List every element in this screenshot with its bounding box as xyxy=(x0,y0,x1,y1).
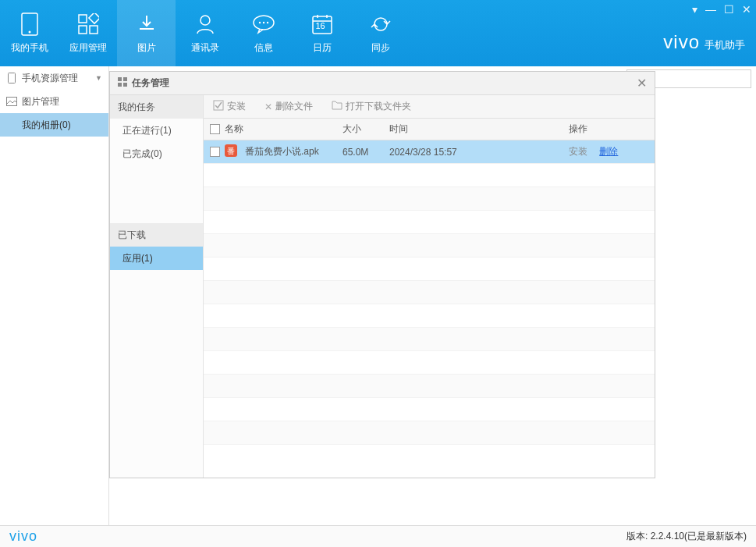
row-name: 番茄免费小说.apk xyxy=(245,145,319,158)
sync-icon xyxy=(368,12,393,37)
nav-my-phone[interactable]: 我的手机 xyxy=(0,0,59,66)
modal-body: 我的任务 正在进行(1) 已完成(0) 已下载 应用(1) 安装 ✕ xyxy=(110,95,655,478)
nav-label: 图片 xyxy=(137,41,156,55)
svg-text:番: 番 xyxy=(227,147,235,155)
check-icon xyxy=(213,100,224,113)
svg-rect-18 xyxy=(214,101,223,110)
action-delete-link[interactable]: 删除 xyxy=(599,146,618,157)
row-actions: 安装 删除 xyxy=(569,145,648,158)
item-inprogress[interactable]: 正在进行(1) xyxy=(110,119,203,142)
table-row-empty xyxy=(204,281,655,304)
menu-label: 图片管理 xyxy=(22,95,59,108)
dropdown-icon[interactable]: ▾ xyxy=(692,3,697,16)
calendar-day: 16 xyxy=(310,21,332,30)
svg-rect-14 xyxy=(118,77,122,81)
task-manager-modal: 任务管理 ✕ 我的任务 正在进行(1) 已完成(0) 已下载 应用(1) xyxy=(109,71,655,478)
table-row-empty xyxy=(204,375,655,398)
grid-icon xyxy=(118,77,127,89)
row-checkbox[interactable] xyxy=(210,147,220,157)
modal-header: 任务管理 ✕ xyxy=(110,72,655,95)
maximize-icon[interactable]: ☐ xyxy=(724,3,734,16)
svg-point-10 xyxy=(266,22,268,23)
table-row-empty xyxy=(204,421,655,445)
nav-label: 同步 xyxy=(371,41,390,55)
nav-messages[interactable]: 信息 xyxy=(234,0,293,66)
left-panel: 手机资源管理 ▼ 图片管理 我的相册(0) xyxy=(0,66,109,525)
svg-rect-2 xyxy=(79,15,87,23)
close-icon[interactable]: ✕ xyxy=(742,3,751,16)
svg-rect-5 xyxy=(88,13,98,23)
table-row-empty xyxy=(204,211,655,234)
svg-rect-17 xyxy=(123,83,127,87)
minimize-icon[interactable]: — xyxy=(705,3,716,16)
menu-label: 手机资源管理 xyxy=(22,72,78,85)
toolbar-delete[interactable]: ✕ 删除文件 xyxy=(264,100,313,113)
action-install-link[interactable]: 安装 xyxy=(569,146,587,157)
col-name: 名称 xyxy=(210,123,343,136)
toolbar-label: 安装 xyxy=(227,100,246,113)
modal-title: 任务管理 xyxy=(132,76,169,90)
main-area: 手机资源管理 ▼ 图片管理 我的相册(0) 任务管理 ✕ xyxy=(0,66,756,525)
modal-content: 安装 ✕ 删除文件 打开下载文件夹 xyxy=(204,95,655,478)
menu-album[interactable]: 我的相册(0) xyxy=(0,113,108,137)
table-row-empty xyxy=(204,304,655,328)
header-action: 操作 xyxy=(569,123,648,136)
modal-sidebar: 我的任务 正在进行(1) 已完成(0) 已下载 应用(1) xyxy=(110,95,204,478)
section-downloaded: 已下载 xyxy=(110,223,203,247)
row-time: 2024/3/28 15:57 xyxy=(389,147,569,158)
section-my-tasks: 我的任务 xyxy=(110,95,203,119)
table-header: 名称 大小 时间 操作 xyxy=(204,119,655,140)
table-row[interactable]: 番 番茄免费小说.apk 65.0M 2024/3/28 15:57 安装 删除 xyxy=(204,140,655,164)
toolbar-open-folder[interactable]: 打开下载文件夹 xyxy=(332,100,411,113)
nav-app-manage[interactable]: 应用管理 xyxy=(59,0,117,66)
nav-label: 应用管理 xyxy=(69,41,107,55)
table-row-empty xyxy=(204,258,655,281)
app-icon: 番 xyxy=(225,144,237,159)
row-size: 65.0M xyxy=(343,147,389,158)
nav-label: 我的手机 xyxy=(11,41,48,55)
item-app[interactable]: 应用(1) xyxy=(110,247,203,270)
folder-icon xyxy=(332,101,343,112)
phone-small-icon xyxy=(6,73,17,83)
image-icon xyxy=(6,96,17,107)
table-row-empty xyxy=(204,351,655,375)
svg-rect-3 xyxy=(79,26,87,34)
menu-label: 我的相册(0) xyxy=(22,119,71,132)
header-name: 名称 xyxy=(225,123,243,136)
footer-version: 版本: 2.2.4.10(已是最新版本) xyxy=(626,530,747,543)
toolbar-install[interactable]: 安装 xyxy=(213,100,246,113)
header-size: 大小 xyxy=(343,123,389,136)
apps-icon xyxy=(76,12,101,37)
calendar-icon: 16 xyxy=(310,12,335,37)
nav-sync[interactable]: 同步 xyxy=(351,0,410,66)
modal-close-button[interactable]: ✕ xyxy=(637,76,647,91)
brand-logo: vivo xyxy=(663,31,700,53)
x-icon: ✕ xyxy=(264,101,272,112)
phone-icon xyxy=(17,12,42,37)
footer: vivo 版本: 2.2.4.10(已是最新版本) xyxy=(0,525,756,547)
svg-point-1 xyxy=(28,31,30,34)
nav-pictures[interactable]: 图片 xyxy=(117,0,176,66)
brand-text: 手机助手 xyxy=(705,38,745,52)
select-all-checkbox[interactable] xyxy=(210,124,220,134)
svg-point-9 xyxy=(262,22,264,23)
contact-icon xyxy=(193,12,218,37)
table-row-empty xyxy=(204,328,655,351)
table-row-empty xyxy=(204,398,655,421)
modal-title-area: 任务管理 xyxy=(118,76,169,90)
svg-point-6 xyxy=(201,16,210,25)
toolbar-label: 打开下载文件夹 xyxy=(346,100,411,113)
table-row-empty xyxy=(204,187,655,211)
menu-pictures[interactable]: 图片管理 xyxy=(0,90,108,113)
svg-point-8 xyxy=(258,22,260,23)
brand-area: vivo 手机助手 xyxy=(663,31,745,53)
nav-calendar[interactable]: 16 日历 xyxy=(293,0,351,66)
download-icon xyxy=(134,12,159,37)
nav-contacts[interactable]: 通讯录 xyxy=(176,0,234,66)
svg-rect-15 xyxy=(123,77,127,81)
toolbar-label: 删除文件 xyxy=(275,100,313,113)
footer-logo: vivo xyxy=(9,528,37,545)
item-completed[interactable]: 已完成(0) xyxy=(110,142,203,165)
menu-resource[interactable]: 手机资源管理 ▼ xyxy=(0,66,108,90)
svg-rect-16 xyxy=(118,83,122,87)
